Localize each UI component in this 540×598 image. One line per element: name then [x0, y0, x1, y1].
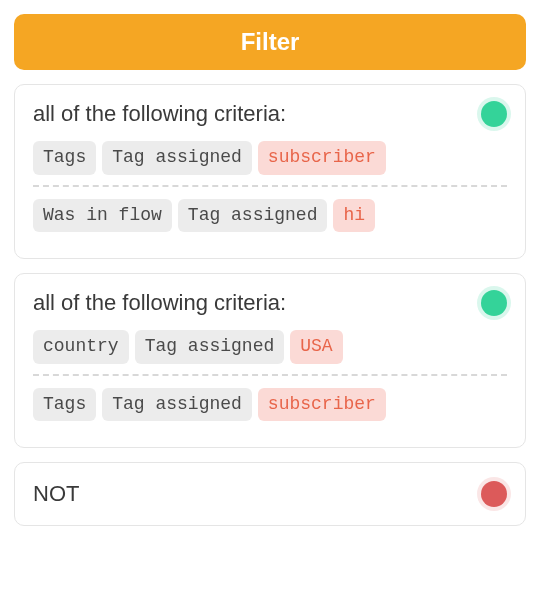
row-divider [33, 374, 507, 376]
not-group: NOT [14, 462, 526, 526]
criteria-row: Tags Tag assigned subscriber [33, 141, 507, 175]
group-title: all of the following criteria: [33, 101, 286, 127]
criteria-group: all of the following criteria: Tags Tag … [14, 84, 526, 259]
status-indicator-icon[interactable] [481, 101, 507, 127]
criteria-chip[interactable]: Tags [33, 388, 96, 422]
criteria-row: Tags Tag assigned subscriber [33, 388, 507, 422]
criteria-chip-value[interactable]: subscriber [258, 141, 386, 175]
group-title: all of the following criteria: [33, 290, 286, 316]
criteria-chip-value[interactable]: subscriber [258, 388, 386, 422]
criteria-chip-value[interactable]: hi [333, 199, 375, 233]
group-header: all of the following criteria: [33, 101, 507, 127]
criteria-chip[interactable]: country [33, 330, 129, 364]
criteria-row: country Tag assigned USA [33, 330, 507, 364]
criteria-chip[interactable]: Tags [33, 141, 96, 175]
criteria-chip-value[interactable]: USA [290, 330, 342, 364]
criteria-chip[interactable]: Tag assigned [135, 330, 285, 364]
filter-header: Filter [14, 14, 526, 70]
row-divider [33, 185, 507, 187]
status-indicator-icon[interactable] [481, 290, 507, 316]
criteria-group: all of the following criteria: country T… [14, 273, 526, 448]
criteria-chip[interactable]: Was in flow [33, 199, 172, 233]
status-indicator-icon[interactable] [481, 481, 507, 507]
criteria-row: Was in flow Tag assigned hi [33, 199, 507, 233]
filter-title: Filter [241, 28, 300, 55]
not-label: NOT [33, 481, 79, 507]
criteria-chip[interactable]: Tag assigned [178, 199, 328, 233]
group-header: all of the following criteria: [33, 290, 507, 316]
criteria-chip[interactable]: Tag assigned [102, 388, 252, 422]
criteria-chip[interactable]: Tag assigned [102, 141, 252, 175]
